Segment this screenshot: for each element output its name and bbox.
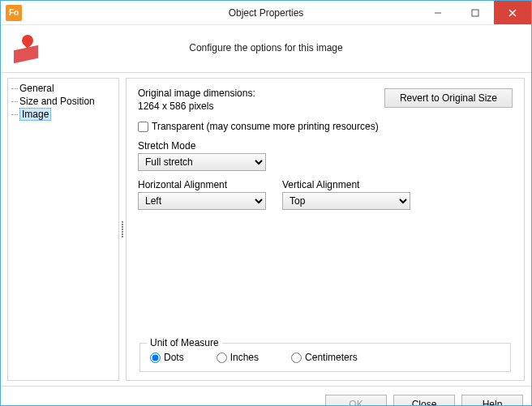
- window-controls: [419, 1, 531, 24]
- maximize-button[interactable]: [457, 1, 494, 24]
- ok-button: OK: [325, 395, 387, 406]
- unit-radio-centimeters[interactable]: [291, 353, 302, 363]
- pin-icon: [12, 33, 41, 62]
- transparent-checkbox[interactable]: [138, 122, 148, 132]
- unit-option-inches[interactable]: Inches: [217, 352, 259, 363]
- stretch-label: Stretch Mode: [138, 140, 513, 152]
- h-align-label: Horizontal Alignment: [138, 179, 266, 190]
- revert-button[interactable]: Revert to Original Size: [384, 88, 513, 108]
- minimize-button[interactable]: [419, 1, 457, 24]
- tree-item-image[interactable]: Image: [10, 108, 117, 121]
- dimensions-label: Original image dimensions:: [138, 87, 255, 100]
- splitter-handle[interactable]: [119, 78, 126, 381]
- stretch-mode-select[interactable]: Full stretch: [138, 153, 266, 171]
- v-align-select[interactable]: Top: [282, 192, 410, 210]
- close-button[interactable]: [494, 1, 531, 24]
- close-dialog-button[interactable]: Close: [393, 395, 455, 406]
- unit-radio-dots[interactable]: [150, 353, 161, 363]
- dimensions-value: 1264 x 586 pixels: [138, 100, 255, 113]
- titlebar: Fo Object Properties: [1, 1, 531, 25]
- svg-rect-1: [472, 10, 478, 16]
- unit-legend: Unit of Measure: [147, 337, 222, 348]
- subtitle: Configure the options for this image: [1, 42, 531, 53]
- image-settings-panel: Original image dimensions: 1264 x 586 pi…: [126, 78, 525, 381]
- unit-of-measure-group: Unit of Measure Dots Inches Centimeters: [139, 343, 511, 372]
- content: General Size and Position Image Original…: [1, 73, 531, 381]
- transparent-label: Transparent (may consume more printing r…: [152, 121, 379, 132]
- unit-option-centimeters[interactable]: Centimeters: [291, 352, 358, 363]
- footer: OK Close Help: [1, 386, 531, 406]
- transparent-row[interactable]: Transparent (may consume more printing r…: [138, 121, 513, 132]
- help-button[interactable]: Help: [461, 395, 523, 406]
- unit-option-dots[interactable]: Dots: [150, 352, 184, 363]
- tree-item-size-and-position[interactable]: Size and Position: [10, 95, 117, 108]
- h-align-select[interactable]: Left: [138, 192, 266, 210]
- unit-radio-inches[interactable]: [217, 353, 227, 363]
- v-align-label: Vertical Alignment: [282, 179, 410, 190]
- app-icon: Fo: [6, 5, 22, 21]
- tree-item-general[interactable]: General: [10, 82, 117, 95]
- tree-panel: General Size and Position Image: [7, 78, 119, 381]
- banner: Configure the options for this image: [1, 25, 531, 73]
